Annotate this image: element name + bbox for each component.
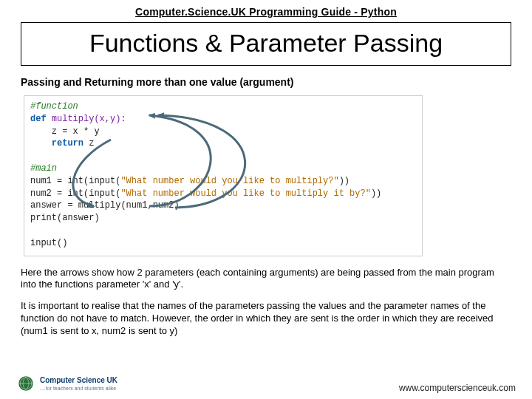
- code-line: input(): [30, 238, 67, 248]
- code-line: z: [83, 138, 94, 149]
- page-title: Functions & Parameter Passing: [29, 29, 503, 58]
- section-subhead: Passing and Returning more than one valu…: [21, 76, 511, 88]
- code-line: num1 = int(input(: [30, 176, 120, 186]
- code-comment: #main: [30, 163, 57, 174]
- code-example: #function def multiply(x,y): z = x * y r…: [24, 95, 423, 256]
- code-line: z = x * y: [30, 126, 100, 137]
- code-block: #function def multiply(x,y): z = x * y r…: [24, 95, 423, 256]
- code-func-def: multiply(x,y):: [47, 114, 126, 124]
- code-keyword: return: [30, 138, 83, 149]
- brand-name: Computer Science UK: [40, 377, 117, 384]
- code-keyword: def: [30, 114, 47, 124]
- code-line: num2 = int(input(: [30, 188, 120, 199]
- title-box: Functions & Parameter Passing: [21, 22, 511, 66]
- footer-url: www.computerscienceuk.com: [399, 383, 516, 393]
- code-line: )): [339, 176, 349, 186]
- brand-text: Computer Science UK ....for teachers and…: [40, 377, 117, 391]
- paragraph-2: It is important to realise that the name…: [21, 300, 511, 338]
- brand-tagline: ....for teachers and students alike: [40, 386, 117, 391]
- page-pretitle: Computer.Science.UK Programming Guide - …: [21, 6, 511, 18]
- code-line: answer = multiply(num1,num2): [30, 200, 180, 211]
- slide: Computer.Science.UK Programming Guide - …: [0, 0, 532, 399]
- code-line: )): [371, 188, 381, 199]
- brand-logo: Computer Science UK ....for teachers and…: [16, 374, 117, 393]
- paragraph-1: Here the arrows show how 2 parameters (e…: [21, 267, 511, 292]
- code-string: "What number would you like to multiply?…: [120, 176, 338, 186]
- footer: Computer Science UK ....for teachers and…: [0, 374, 532, 393]
- globe-icon: [16, 374, 35, 393]
- code-comment: #function: [30, 101, 78, 112]
- code-line: print(answer): [30, 213, 100, 223]
- code-string: "What number would you like to multiply …: [120, 188, 370, 199]
